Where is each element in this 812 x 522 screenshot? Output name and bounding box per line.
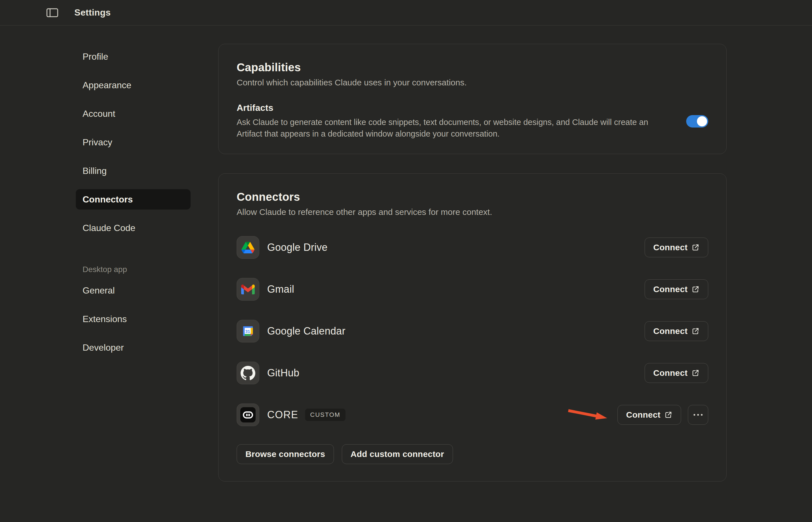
settings-sidebar: Profile Appearance Account Privacy Billi… — [76, 46, 190, 366]
sidebar-item-appearance[interactable]: Appearance — [76, 75, 190, 95]
add-custom-connector-button[interactable]: Add custom connector — [342, 444, 453, 464]
connect-label: Connect — [653, 284, 688, 294]
connectors-list: Google Drive Connect — [237, 226, 708, 436]
connector-row-google-calendar: 31 Google Calendar Connect — [237, 310, 708, 352]
artifacts-description: Ask Claude to generate content like code… — [237, 117, 666, 140]
connector-name: Gmail — [267, 283, 294, 295]
gmail-icon — [241, 284, 255, 294]
capabilities-subtitle: Control which capabilities Claude uses i… — [237, 78, 708, 87]
connector-name: CORE — [267, 409, 298, 421]
toggle-knob — [697, 116, 707, 126]
connect-label: Connect — [653, 243, 688, 252]
browse-connectors-button[interactable]: Browse connectors — [237, 444, 334, 464]
capabilities-title: Capabilities — [237, 61, 708, 74]
ellipsis-icon — [693, 414, 703, 416]
connect-google-calendar-button[interactable]: Connect — [645, 321, 708, 341]
artifacts-setting-row: Artifacts Ask Claude to generate content… — [237, 103, 708, 140]
sidebar-toggle-button[interactable] — [46, 8, 59, 18]
gmail-tile — [237, 278, 259, 301]
connector-name: Google Drive — [267, 241, 328, 253]
artifacts-title: Artifacts — [237, 103, 666, 113]
connectors-title: Connectors — [237, 190, 708, 203]
sidebar-item-developer[interactable]: Developer — [76, 337, 190, 358]
page-title: Settings — [74, 7, 111, 18]
github-icon — [241, 366, 255, 380]
connectors-footer: Browse connectors Add custom connector — [237, 444, 708, 464]
external-link-icon — [692, 285, 699, 293]
github-tile — [237, 362, 259, 384]
core-icon — [240, 407, 256, 422]
connector-name: Google Calendar — [267, 325, 345, 337]
connectors-subtitle: Allow Claude to reference other apps and… — [237, 207, 708, 217]
connector-row-gmail: Gmail Connect — [237, 268, 708, 310]
core-tile — [237, 403, 259, 426]
sidebar-section-desktop-app: Desktop app — [76, 263, 190, 276]
google-drive-icon — [241, 242, 255, 253]
core-more-options-button[interactable] — [688, 405, 708, 425]
connect-label: Connect — [626, 410, 661, 420]
connect-label: Connect — [653, 326, 688, 336]
external-link-icon — [692, 327, 699, 335]
sidebar-item-billing[interactable]: Billing — [76, 161, 190, 181]
annotation-arrow — [567, 407, 610, 421]
sidebar-item-extensions[interactable]: Extensions — [76, 309, 190, 329]
sidebar-item-claude-code[interactable]: Claude Code — [76, 218, 190, 238]
connector-row-google-drive: Google Drive Connect — [237, 226, 708, 268]
connector-row-core: CORE CUSTOM Connect — [237, 394, 708, 436]
sidebar-panel-icon — [46, 8, 58, 17]
sidebar-item-connectors[interactable]: Connectors — [76, 189, 190, 209]
google-calendar-icon: 31 — [241, 325, 255, 338]
connect-core-button[interactable]: Connect — [617, 405, 681, 425]
sidebar-item-privacy[interactable]: Privacy — [76, 132, 190, 153]
custom-badge: CUSTOM — [305, 408, 345, 421]
svg-text:31: 31 — [245, 329, 250, 334]
connectors-card: Connectors Allow Claude to reference oth… — [218, 173, 727, 482]
google-calendar-tile: 31 — [237, 320, 259, 342]
sidebar-item-account[interactable]: Account — [76, 103, 190, 124]
sidebar-spacer — [76, 246, 190, 263]
sidebar-item-general[interactable]: General — [76, 280, 190, 301]
external-link-icon — [692, 369, 699, 377]
artifacts-toggle[interactable] — [686, 115, 708, 127]
capabilities-card: Capabilities Control which capabilities … — [218, 44, 727, 154]
external-link-icon — [692, 243, 699, 252]
sidebar-item-profile[interactable]: Profile — [76, 46, 190, 67]
header: Settings — [0, 0, 812, 25]
connect-github-button[interactable]: Connect — [645, 363, 708, 383]
connect-label: Connect — [653, 368, 688, 378]
connect-gmail-button[interactable]: Connect — [645, 279, 708, 299]
connector-row-github: GitHub Connect — [237, 352, 708, 394]
connector-name: GitHub — [267, 367, 299, 379]
connect-google-drive-button[interactable]: Connect — [645, 238, 708, 257]
external-link-icon — [665, 411, 672, 419]
google-drive-tile — [237, 236, 259, 259]
